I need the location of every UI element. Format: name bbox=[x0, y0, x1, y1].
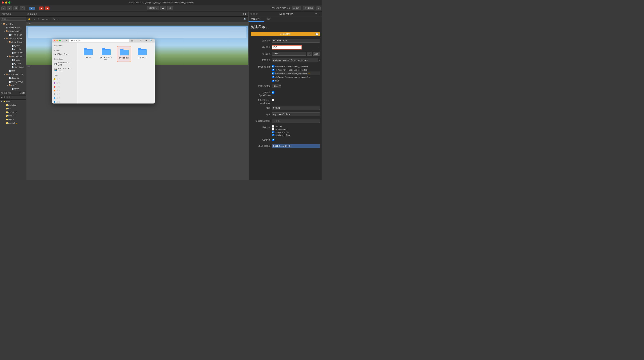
orient-landscape-right[interactable]: Landscape Right bbox=[272, 134, 290, 136]
rect-tool[interactable]: □ bbox=[46, 18, 48, 21]
cloud-btn[interactable]: 云函数 bbox=[19, 92, 25, 94]
scene-checkbox[interactable] bbox=[272, 76, 274, 78]
rotate-tool[interactable]: ↻ bbox=[37, 18, 40, 21]
browser-select-wrapper[interactable]: 浏览器 ▾ bbox=[147, 6, 159, 10]
save-icon[interactable]: 💾 bbox=[315, 33, 318, 36]
record-button-2[interactable]: ■ bbox=[45, 7, 50, 10]
inline-checkbox[interactable] bbox=[272, 91, 274, 94]
upside-down-checkbox[interactable] bbox=[272, 128, 274, 131]
server-input[interactable] bbox=[272, 119, 320, 123]
scene-play-btn[interactable]: ▶ bbox=[245, 13, 247, 15]
tag-blue[interactable]: 蓝色 bbox=[54, 100, 76, 104]
scene-checkbox[interactable] bbox=[272, 65, 274, 68]
fb-back-btn[interactable]: ‹ bbox=[62, 39, 64, 42]
maximize-button[interactable] bbox=[8, 2, 10, 4]
fb-tag-btn[interactable]: 🏷 bbox=[139, 39, 143, 42]
tab-services[interactable]: 服务 bbox=[264, 16, 274, 22]
play-button[interactable]: ▶ bbox=[160, 6, 166, 11]
tree-item-about-button[interactable]: ▼ 📦 about_btton_r bbox=[0, 40, 26, 44]
assets-add-icon[interactable]: + bbox=[1, 96, 2, 99]
tree-item-anchor-center[interactable]: ▼ 📦 anchor-center bbox=[0, 29, 26, 33]
tag-purple[interactable]: 紫色 bbox=[54, 81, 76, 85]
encrypt-checkbox[interactable] bbox=[272, 139, 274, 141]
fb-forward-btn[interactable]: › bbox=[65, 39, 68, 42]
asset-item-res[interactable]: 📁 res bbox=[0, 107, 26, 110]
tree-item-close-bg[interactable]: 📄 close_bg bbox=[0, 76, 26, 80]
tree-item-r-chain-1[interactable]: 📄 r_chain bbox=[0, 47, 26, 51]
fb-macintosh-2[interactable]: 💾 Macintosh HD - Data bbox=[52, 67, 77, 72]
tree-item-close-uinfo[interactable]: 📄 close_uinfo_dl bbox=[0, 80, 26, 83]
fb-search-btn[interactable]: 🔍 bbox=[149, 39, 153, 42]
refresh-button[interactable]: ↺ bbox=[7, 6, 12, 10]
landscape-right-checkbox[interactable] bbox=[272, 134, 274, 136]
fb-minimize[interactable] bbox=[56, 40, 58, 41]
file-android[interactable]: proj.android-studio bbox=[99, 46, 113, 62]
assets-sort-icon[interactable]: ⇅ bbox=[3, 96, 5, 99]
pan-tool[interactable]: ✋ bbox=[27, 18, 31, 21]
build-path-input[interactable] bbox=[272, 52, 306, 56]
tree-item-about-bttc[interactable]: 📄 about_bttc bbox=[0, 51, 26, 55]
search-scene-btn[interactable]: 🔍 bbox=[243, 18, 247, 21]
template-select[interactable]: default bbox=[272, 106, 320, 110]
scale-tool[interactable]: ⊕ bbox=[41, 18, 44, 21]
editor-button[interactable]: ✎ 编辑器 bbox=[303, 6, 314, 10]
fb-maximize[interactable] bbox=[59, 40, 61, 41]
tree-item-r-chain-2[interactable]: 📄 r_chain bbox=[0, 62, 26, 65]
orient-upside-down[interactable]: Upside Down bbox=[272, 128, 290, 131]
asset-item-migration[interactable]: 📁 migration bbox=[0, 103, 26, 107]
tag-gray[interactable]: 灰色 bbox=[54, 92, 76, 96]
asset-item-resources[interactable]: 📁 resources bbox=[0, 110, 26, 114]
tree-item-logo[interactable]: 📄 logo bbox=[0, 69, 26, 73]
tree-item-l-chain-1[interactable]: 📄 l_chain bbox=[0, 44, 26, 47]
scene-checkbox[interactable] bbox=[272, 69, 274, 71]
record-button-1[interactable]: ■ bbox=[39, 7, 44, 10]
align-btn[interactable]: ≡ bbox=[56, 18, 59, 21]
more-icon[interactable]: ⋮ bbox=[318, 13, 320, 15]
move-tool[interactable]: ↔ bbox=[32, 18, 36, 21]
tree-item-entry[interactable]: 📄 entry bbox=[0, 87, 26, 91]
ew-close[interactable] bbox=[250, 13, 252, 15]
initial-scene-input[interactable] bbox=[272, 58, 318, 62]
orient-portrait[interactable]: Portrait bbox=[272, 125, 290, 128]
asset-item-internal[interactable]: 📁 internal 🔒 bbox=[0, 121, 26, 125]
tree-item-user1[interactable]: ▼ 📦 user1 bbox=[0, 83, 26, 87]
scene-grid-btn[interactable]: ⊞ bbox=[243, 13, 244, 15]
game-name-input[interactable] bbox=[272, 39, 320, 43]
minimize-button[interactable] bbox=[5, 2, 7, 4]
tab-build[interactable]: 构建发布... bbox=[248, 16, 264, 22]
asset-item-assets[interactable]: ▼ 📁 assets bbox=[0, 100, 26, 103]
tree-item-ui-root[interactable]: ▼ 📦 UI_ROOT bbox=[0, 22, 26, 26]
landscape-left-checkbox[interactable] bbox=[272, 131, 274, 133]
select-all-label[interactable]: 全选 bbox=[272, 79, 320, 83]
fb-view-btn[interactable]: ⊞ bbox=[130, 39, 134, 42]
scene-checkbox[interactable] bbox=[272, 72, 274, 75]
file-win32[interactable]: proj.win32 bbox=[135, 46, 149, 62]
tag-yellow[interactable]: 黄色 bbox=[54, 77, 76, 81]
scene-item-roadmap[interactable]: db://assets/scenes/roadmap_scene.fire bbox=[272, 75, 320, 79]
fb-icloud-drive[interactable]: ☁ iCloud Drive bbox=[52, 52, 77, 56]
asset-item-scenes[interactable]: 📁 scenes bbox=[0, 114, 26, 118]
encrypt-key-input[interactable] bbox=[272, 144, 320, 148]
dropdown-icon[interactable]: ▾ bbox=[319, 59, 320, 61]
orient-landscape-left[interactable]: Landscape Left bbox=[272, 131, 290, 133]
fb-macintosh-1[interactable]: 💾 Macintosh HD - Data bbox=[52, 61, 77, 67]
tag-red[interactable]: 红色 bbox=[54, 85, 76, 89]
refresh-icon[interactable]: ↺ bbox=[315, 13, 317, 15]
ew-min[interactable] bbox=[253, 13, 255, 15]
tree-item-start-button[interactable]: ▼ 📦 start_button_r bbox=[0, 55, 26, 58]
tree-item-start-butto[interactable]: 📄 start_butto bbox=[0, 65, 26, 69]
fb-action-btn[interactable]: ⋯ bbox=[144, 39, 148, 42]
snap-btn[interactable]: ⊡ bbox=[52, 18, 56, 21]
hierarchy-search-input[interactable] bbox=[1, 17, 28, 21]
platform-dropdown-icon[interactable]: ▾ bbox=[318, 46, 319, 49]
layout-button[interactable]: ⊞ bbox=[14, 6, 18, 10]
3d-mode-button[interactable]: 3D bbox=[29, 7, 34, 10]
tree-item-user-game-info[interactable]: ▼ 📦 user_game_info_ bbox=[0, 73, 26, 76]
platform-input[interactable] bbox=[272, 45, 302, 50]
scene-item-game[interactable]: db://assets/scenes/game_scene.fire bbox=[272, 68, 320, 72]
reload-button[interactable]: ↺ bbox=[167, 6, 173, 11]
fb-share-btn[interactable]: ↑ bbox=[135, 39, 138, 42]
project-button[interactable]: ▤ 项目 bbox=[292, 6, 301, 10]
close-button[interactable] bbox=[2, 2, 4, 4]
ew-max[interactable] bbox=[256, 13, 258, 15]
